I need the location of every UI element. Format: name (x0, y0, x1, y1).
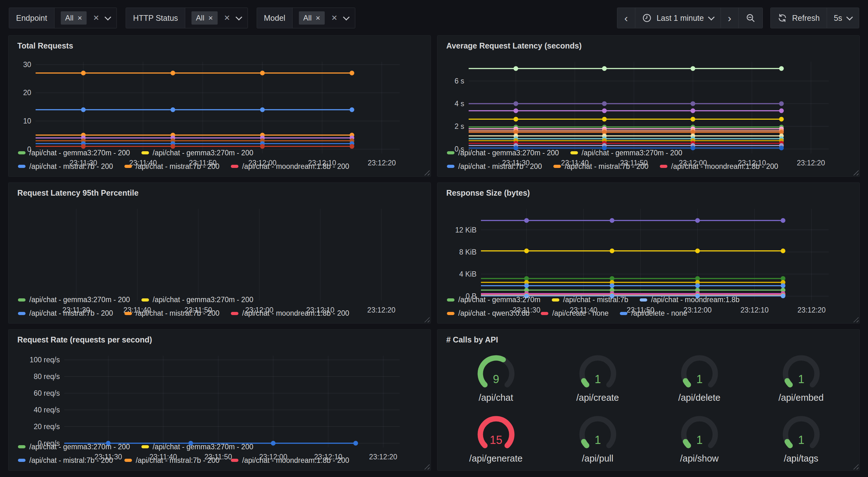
time-range-group: ‹ Last 1 minute › (617, 7, 763, 28)
legend-item[interactable]: /api/chat - mistral:7b - 200 (124, 456, 219, 465)
chevron-down-icon[interactable] (343, 13, 349, 20)
panel-title[interactable]: # Calls by API (446, 335, 852, 345)
legend-item[interactable]: /api/chat - gemma3:270m - 200 (570, 149, 682, 157)
legend-item[interactable]: /api/chat - gemma3:270m - 200 (142, 149, 253, 157)
chart-legend: /api/chat - gemma3:270m/api/chat - mistr… (447, 291, 852, 318)
legend-item[interactable]: /api/chat - gemma3:270m - 200 (18, 443, 130, 451)
dashboard-toolbar: Endpoint All ✕ ✕ HTTP Status All ✕ ✕ (0, 0, 868, 28)
filter-value-dropdown[interactable]: All ✕ ✕ (185, 8, 248, 28)
series-line (481, 218, 785, 223)
legend-item[interactable]: /api/chat - mistral:7b - 200 (18, 162, 113, 171)
time-shift-back-button[interactable]: ‹ (617, 8, 635, 28)
zoom-out-time-button[interactable] (739, 8, 763, 28)
panel-latency-p95: Request Latency 95th Percentile 23:11:30… (8, 182, 431, 324)
legend-item[interactable]: /api/chat - mistral:7b - 200 (18, 309, 113, 318)
clear-selection-icon[interactable]: ✕ (331, 13, 337, 22)
clear-selection-icon[interactable]: ✕ (93, 13, 99, 22)
panel-title[interactable]: Average Request Latency (seconds) (446, 41, 852, 51)
filter-value-dropdown[interactable]: All ✕ ✕ (292, 8, 355, 28)
gauge: 1/api/create (547, 345, 649, 406)
chevron-left-icon: ‹ (624, 12, 628, 23)
chart-legend: /api/chat - gemma3:270m - 200/api/chat -… (18, 438, 423, 465)
time-series-chart[interactable]: 23:11:3023:11:4023:11:5023:12:0023:12:10… (445, 51, 852, 143)
legend-item[interactable]: /api/chat - mistral:7b (552, 296, 628, 304)
legend-swatch-icon (142, 298, 149, 301)
panel-resize-handle[interactable] (853, 464, 859, 470)
selected-value-chip[interactable]: All ✕ (191, 11, 218, 25)
legend-item[interactable]: /api/chat - mistral:7b - 200 (553, 162, 649, 171)
legend-label: /api/chat - moondream:1.8b - 200 (242, 309, 349, 318)
legend-item[interactable]: /api/chat - mistral:7b - 200 (18, 456, 113, 465)
gauge-arc: 1 (768, 348, 835, 394)
panel-request-rate: Request Rate (requests per second) 23:11… (8, 329, 431, 471)
gauge: 1/api/tags (750, 406, 852, 467)
legend-item[interactable]: /api/chat - gemma3:270m (447, 296, 540, 304)
filter-label: Model (257, 8, 292, 28)
refresh-interval-button[interactable]: 5s (827, 8, 859, 28)
chevron-down-icon[interactable] (104, 13, 111, 20)
clear-selection-icon[interactable]: ✕ (224, 13, 230, 22)
panel-title[interactable]: Response Size (bytes) (446, 188, 852, 198)
panel-resize-handle[interactable] (424, 464, 430, 470)
time-series-chart[interactable]: 23:11:3023:11:4023:11:5023:12:0023:12:10… (16, 345, 423, 437)
filter-value-dropdown[interactable]: All ✕ ✕ (55, 8, 117, 28)
legend-item[interactable]: /api/chat - mistral:7b - 200 (124, 309, 219, 318)
refresh-button[interactable]: Refresh (771, 8, 827, 28)
legend-item[interactable]: /api/chat - mistral:7b - 200 (124, 162, 219, 171)
legend-item[interactable]: /api/chat - moondream:1.8b - 200 (660, 162, 778, 171)
chevron-right-icon: › (728, 12, 731, 23)
legend-item[interactable]: /api/chat - gemma3:270m - 200 (142, 296, 253, 304)
chip-remove-icon[interactable]: ✕ (208, 14, 213, 22)
panel-title[interactable]: Total Requests (17, 41, 423, 51)
legend-swatch-icon (447, 165, 455, 168)
filter-label: HTTP Status (126, 8, 185, 28)
legend-item[interactable]: /api/chat - gemma3:270m - 200 (447, 149, 559, 157)
legend-item[interactable]: /api/chat - gemma3:270m - 200 (142, 443, 253, 451)
time-series-chart[interactable]: 23:11:3023:11:4023:11:5023:12:0023:12:10… (16, 198, 423, 290)
legend-item[interactable]: /api/chat - moondream:1.8b - 200 (231, 162, 349, 171)
chevron-down-icon[interactable] (236, 13, 242, 20)
chip-remove-icon[interactable]: ✕ (77, 14, 82, 22)
legend-item[interactable]: /api/chat - mistral:7b - 200 (447, 162, 542, 171)
chevron-down-icon (846, 13, 853, 20)
y-axis-tick-label: 4 KiB (459, 270, 476, 278)
legend-swatch-icon (231, 165, 239, 168)
legend-swatch-icon (18, 312, 26, 315)
time-range-picker-button[interactable]: Last 1 minute (635, 8, 721, 28)
panel-title[interactable]: Request Rate (requests per second) (17, 335, 423, 345)
gauge: 1/api/embed (750, 345, 852, 406)
selected-value-chip[interactable]: All ✕ (61, 11, 87, 25)
chart-legend: /api/chat - gemma3:270m - 200/api/chat -… (447, 144, 852, 171)
series-line (469, 109, 784, 113)
legend-item[interactable]: /api/chat - qwen3:0.6b (447, 309, 529, 318)
legend-swatch-icon (231, 459, 239, 462)
gauge: 1/api/delete (649, 345, 750, 406)
y-axis-tick-label: 20 req/s (34, 422, 60, 431)
legend-swatch-icon (620, 312, 627, 315)
legend-item[interactable]: /api/delete - none (620, 309, 687, 318)
legend-item[interactable]: /api/chat - gemma3:270m - 200 (18, 296, 130, 304)
panel-resize-handle[interactable] (853, 170, 859, 176)
chip-remove-icon[interactable]: ✕ (316, 14, 321, 22)
legend-label: /api/delete - none (631, 309, 687, 318)
time-shift-forward-button[interactable]: › (721, 8, 739, 28)
selected-value-chip[interactable]: All ✕ (299, 11, 325, 25)
legend-item[interactable]: /api/create - none (541, 309, 609, 318)
legend-item[interactable]: /api/chat - moondream:1.8b - 200 (231, 456, 349, 465)
panel-title[interactable]: Request Latency 95th Percentile (17, 188, 423, 198)
gauge-label: /api/chat (479, 393, 514, 403)
panel-resize-handle[interactable] (424, 170, 430, 176)
legend-item[interactable]: /api/chat - moondream:1.8b (640, 296, 740, 304)
y-axis-tick-label: 60 req/s (34, 389, 60, 397)
panel-resize-handle[interactable] (853, 317, 859, 322)
time-series-chart[interactable]: 23:11:3023:11:4023:11:5023:12:0023:12:10… (445, 198, 852, 290)
legend-label: /api/chat - mistral:7b - 200 (136, 162, 219, 171)
legend-item[interactable]: /api/chat - gemma3:270m - 200 (18, 149, 130, 157)
refresh-label: Refresh (792, 13, 820, 23)
legend-swatch-icon (124, 165, 132, 168)
time-series-chart[interactable]: 23:11:3023:11:4023:11:5023:12:0023:12:10… (16, 51, 423, 143)
gauge-arc: 15 (463, 409, 529, 455)
panel-resize-handle[interactable] (424, 317, 430, 322)
gauge-label: /api/generate (469, 453, 523, 464)
legend-item[interactable]: /api/chat - moondream:1.8b - 200 (231, 309, 349, 318)
